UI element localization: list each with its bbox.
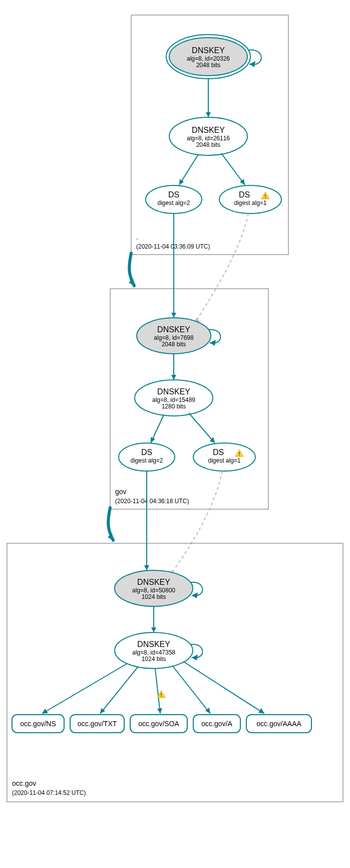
svg-marker-57	[192, 655, 198, 661]
svg-text:alg=8, id=47358: alg=8, id=47358	[132, 649, 175, 656]
svg-text:alg=8, id=7698: alg=8, id=7698	[154, 334, 194, 341]
edge-rootzsk-ds2	[221, 153, 245, 185]
edge-rootzsk-ds1	[179, 154, 198, 185]
edge-zsk-a	[172, 666, 210, 714]
rrset-ns: occ.gov/NS	[12, 715, 64, 733]
svg-text:DNSKEY: DNSKEY	[157, 325, 190, 334]
svg-marker-28	[210, 340, 216, 346]
svg-marker-51	[192, 592, 198, 598]
svg-marker-52	[151, 627, 156, 632]
svg-text:occ.gov/NS: occ.gov/NS	[20, 720, 56, 728]
svg-text:alg=8, id=26116: alg=8, id=26116	[187, 135, 230, 142]
svg-marker-6	[206, 112, 211, 117]
svg-text:digest alg=1: digest alg=1	[208, 457, 240, 464]
svg-text:2048 bits: 2048 bits	[196, 62, 221, 69]
svg-text:occ.gov/SOA: occ.gov/SOA	[138, 720, 179, 728]
svg-text:1024 bits: 1024 bits	[142, 656, 166, 663]
node-root-ds-alg1: DS digest alg=1 !	[219, 185, 281, 213]
edge-zsk-ns	[42, 664, 127, 714]
rrset-a: occ.gov/A	[193, 715, 240, 733]
edge-zsk-aaaa	[183, 662, 264, 714]
zone-ts-root: (2020-11-04 03:36:09 UTC)	[136, 243, 210, 250]
node-gov-ds-alg1: DS digest alg=1 !	[193, 443, 255, 471]
edge-govds2-occksk	[169, 471, 222, 576]
svg-text:alg=8, id=15489: alg=8, id=15489	[152, 396, 195, 403]
zone-label-root: .	[136, 233, 138, 241]
svg-text:digest alg=1: digest alg=1	[234, 199, 266, 206]
svg-text:DNSKEY: DNSKEY	[137, 578, 170, 586]
svg-text:2048 bits: 2048 bits	[162, 341, 186, 348]
edge-zsk-soa	[155, 669, 160, 714]
svg-text:!: !	[264, 193, 266, 199]
svg-text:DNSKEY: DNSKEY	[137, 640, 170, 648]
svg-text:!: !	[238, 451, 240, 457]
svg-text:DS: DS	[213, 448, 224, 457]
dnssec-chain-diagram: . (2020-11-04 03:36:09 UTC) DNSKEY alg=8…	[0, 0, 350, 868]
svg-marker-11	[179, 179, 184, 185]
svg-marker-5	[249, 61, 255, 67]
svg-text:1024 bits: 1024 bits	[142, 593, 166, 600]
zone-ts-occ: (2020-11-04 07:14:52 UTC)	[12, 789, 86, 796]
svg-text:DS: DS	[168, 190, 179, 199]
svg-text:DS: DS	[239, 190, 250, 199]
zone-label-occ: occ.gov	[12, 779, 36, 787]
svg-text:occ.gov/AAAA: occ.gov/AAAA	[256, 720, 301, 728]
node-gov-ds-alg2: DS digest alg=2	[119, 443, 175, 471]
edge-zsk-txt	[100, 667, 138, 714]
svg-marker-45	[144, 565, 149, 570]
rrset-aaaa: occ.gov/AAAA	[246, 715, 311, 733]
svg-text:occ.gov/A: occ.gov/A	[201, 720, 232, 728]
svg-marker-29	[171, 375, 176, 380]
svg-text:digest alg=2: digest alg=2	[157, 199, 190, 206]
edge-rootds2-govksk	[194, 213, 248, 324]
svg-text:!: !	[160, 692, 162, 698]
svg-text:occ.gov/TXT: occ.gov/TXT	[78, 720, 117, 728]
svg-text:alg=8, id=50800: alg=8, id=50800	[132, 587, 175, 594]
node-root-ksk: DNSKEY alg=8, id=20326 2048 bits	[166, 35, 250, 79]
svg-text:2048 bits: 2048 bits	[196, 141, 221, 148]
svg-text:digest alg=2: digest alg=2	[130, 457, 163, 464]
node-root-ds-alg2: DS digest alg=2	[146, 185, 202, 213]
node-root-zsk: DNSKEY alg=8, id=26116 2048 bits	[169, 117, 247, 155]
node-occ-zsk: DNSKEY alg=8, id=47358 1024 bits	[115, 632, 193, 669]
rrset-txt: occ.gov/TXT	[70, 715, 124, 733]
svg-text:DNSKEY: DNSKEY	[192, 46, 225, 55]
node-gov-zsk: DNSKEY alg=8, id=15489 1280 bits	[135, 380, 213, 416]
svg-text:1280 bits: 1280 bits	[162, 403, 186, 410]
svg-text:DNSKEY: DNSKEY	[157, 387, 190, 396]
rrset-soa: occ.gov/SOA	[130, 715, 187, 733]
svg-text:DS: DS	[141, 448, 152, 457]
node-occ-ksk: DNSKEY alg=8, id=50800 1024 bits	[115, 570, 193, 606]
edge-govzsk-ds2	[189, 413, 215, 443]
svg-text:DNSKEY: DNSKEY	[192, 126, 225, 134]
node-gov-ksk: DNSKEY alg=8, id=7698 2048 bits	[137, 318, 211, 354]
svg-text:alg=8, id=20326: alg=8, id=20326	[187, 55, 230, 62]
zone-ts-gov: (2020-11-04 04:36:18 UTC)	[115, 498, 189, 505]
zone-label-gov: gov	[115, 488, 127, 496]
svg-marker-22	[171, 313, 176, 318]
